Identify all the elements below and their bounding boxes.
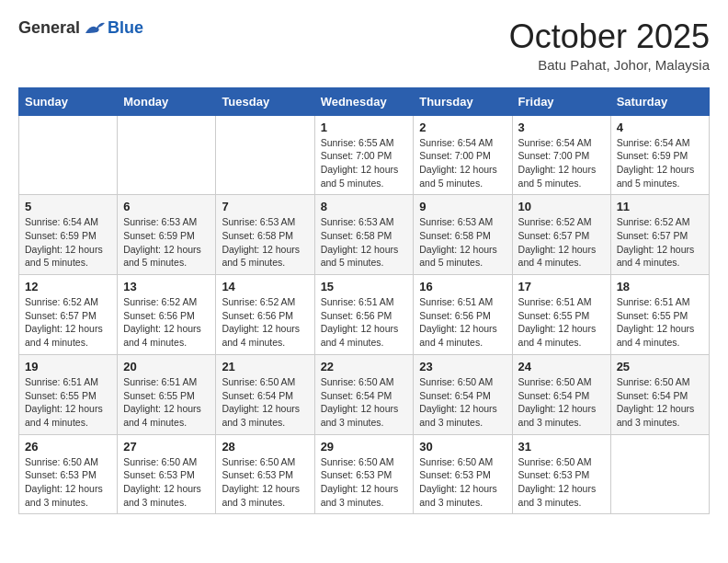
logo-general-text: General — [18, 18, 80, 38]
day-number: 4 — [617, 121, 703, 134]
day-info: Sunrise: 6:51 AM Sunset: 6:55 PM Dayligh… — [25, 375, 111, 430]
calendar-cell: 8Sunrise: 6:53 AM Sunset: 6:58 PM Daylig… — [314, 195, 414, 275]
calendar-cell: 15Sunrise: 6:51 AM Sunset: 6:56 PM Dayli… — [314, 275, 414, 355]
calendar-cell: 3Sunrise: 6:54 AM Sunset: 7:00 PM Daylig… — [512, 115, 610, 195]
calendar-week-row: 26Sunrise: 6:50 AM Sunset: 6:53 PM Dayli… — [19, 434, 710, 514]
weekday-header-wednesday: Wednesday — [314, 87, 414, 115]
weekday-header-tuesday: Tuesday — [216, 87, 314, 115]
day-number: 16 — [419, 280, 506, 293]
day-info: Sunrise: 6:50 AM Sunset: 6:53 PM Dayligh… — [123, 455, 210, 510]
logo-bird-icon — [84, 20, 106, 37]
day-number: 26 — [25, 440, 111, 454]
weekday-header-saturday: Saturday — [610, 87, 709, 115]
location: Batu Pahat, Johor, Malaysia — [509, 57, 710, 73]
day-info: Sunrise: 6:55 AM Sunset: 7:00 PM Dayligh… — [321, 136, 408, 190]
calendar-cell: 4Sunrise: 6:54 AM Sunset: 6:59 PM Daylig… — [610, 115, 709, 195]
day-info: Sunrise: 6:50 AM Sunset: 6:54 PM Dayligh… — [419, 375, 506, 430]
calendar-cell: 18Sunrise: 6:51 AM Sunset: 6:55 PM Dayli… — [610, 275, 709, 355]
weekday-header-thursday: Thursday — [414, 87, 512, 115]
day-info: Sunrise: 6:50 AM Sunset: 6:53 PM Dayligh… — [518, 455, 605, 510]
calendar-cell: 10Sunrise: 6:52 AM Sunset: 6:57 PM Dayli… — [512, 195, 610, 275]
day-number: 23 — [419, 360, 506, 373]
calendar-cell: 29Sunrise: 6:50 AM Sunset: 6:53 PM Dayli… — [314, 434, 414, 514]
day-number: 15 — [321, 280, 408, 293]
calendar-week-row: 19Sunrise: 6:51 AM Sunset: 6:55 PM Dayli… — [19, 354, 710, 434]
day-number: 3 — [518, 121, 605, 134]
day-number: 22 — [321, 360, 408, 373]
day-info: Sunrise: 6:51 AM Sunset: 6:56 PM Dayligh… — [419, 295, 506, 350]
weekday-header-sunday: Sunday — [19, 87, 118, 115]
day-info: Sunrise: 6:51 AM Sunset: 6:55 PM Dayligh… — [617, 295, 703, 350]
calendar-cell: 31Sunrise: 6:50 AM Sunset: 6:53 PM Dayli… — [512, 434, 610, 514]
day-info: Sunrise: 6:54 AM Sunset: 7:00 PM Dayligh… — [419, 136, 506, 190]
calendar-cell: 28Sunrise: 6:50 AM Sunset: 6:53 PM Dayli… — [216, 434, 314, 514]
weekday-header-monday: Monday — [118, 87, 216, 115]
day-number: 24 — [518, 360, 605, 373]
day-number: 20 — [123, 360, 210, 373]
calendar-cell: 21Sunrise: 6:50 AM Sunset: 6:54 PM Dayli… — [216, 354, 314, 434]
calendar-week-row: 5Sunrise: 6:54 AM Sunset: 6:59 PM Daylig… — [19, 195, 710, 275]
day-number: 31 — [518, 440, 605, 454]
calendar-week-row: 1Sunrise: 6:55 AM Sunset: 7:00 PM Daylig… — [19, 115, 710, 195]
day-info: Sunrise: 6:50 AM Sunset: 6:54 PM Dayligh… — [518, 375, 605, 430]
calendar-cell: 17Sunrise: 6:51 AM Sunset: 6:55 PM Dayli… — [512, 275, 610, 355]
month-title: October 2025 — [509, 18, 710, 55]
logo: General Blue — [18, 18, 143, 38]
calendar-cell: 14Sunrise: 6:52 AM Sunset: 6:56 PM Dayli… — [216, 275, 314, 355]
day-number: 7 — [222, 200, 308, 213]
calendar-table: SundayMondayTuesdayWednesdayThursdayFrid… — [18, 87, 710, 515]
day-number: 11 — [617, 200, 703, 213]
calendar-cell: 19Sunrise: 6:51 AM Sunset: 6:55 PM Dayli… — [19, 354, 118, 434]
day-info: Sunrise: 6:50 AM Sunset: 6:53 PM Dayligh… — [321, 455, 408, 510]
calendar-week-row: 12Sunrise: 6:52 AM Sunset: 6:57 PM Dayli… — [19, 275, 710, 355]
day-info: Sunrise: 6:52 AM Sunset: 6:57 PM Dayligh… — [518, 215, 605, 270]
day-info: Sunrise: 6:52 AM Sunset: 6:57 PM Dayligh… — [617, 215, 703, 270]
calendar-cell: 26Sunrise: 6:50 AM Sunset: 6:53 PM Dayli… — [19, 434, 118, 514]
calendar-cell — [610, 434, 709, 514]
calendar-cell: 5Sunrise: 6:54 AM Sunset: 6:59 PM Daylig… — [19, 195, 118, 275]
day-info: Sunrise: 6:54 AM Sunset: 6:59 PM Dayligh… — [617, 136, 703, 190]
day-info: Sunrise: 6:50 AM Sunset: 6:54 PM Dayligh… — [617, 375, 703, 430]
day-number: 8 — [321, 200, 408, 213]
day-number: 5 — [25, 200, 111, 213]
calendar-cell: 9Sunrise: 6:53 AM Sunset: 6:58 PM Daylig… — [414, 195, 512, 275]
page-header: General Blue October 2025 Batu Pahat, Jo… — [18, 18, 710, 73]
calendar-cell: 23Sunrise: 6:50 AM Sunset: 6:54 PM Dayli… — [414, 354, 512, 434]
day-info: Sunrise: 6:53 AM Sunset: 6:58 PM Dayligh… — [222, 215, 308, 270]
calendar-cell: 12Sunrise: 6:52 AM Sunset: 6:57 PM Dayli… — [19, 275, 118, 355]
day-number: 9 — [419, 200, 506, 213]
calendar-cell — [216, 115, 314, 195]
calendar-cell: 24Sunrise: 6:50 AM Sunset: 6:54 PM Dayli… — [512, 354, 610, 434]
calendar-cell: 13Sunrise: 6:52 AM Sunset: 6:56 PM Dayli… — [118, 275, 216, 355]
day-info: Sunrise: 6:50 AM Sunset: 6:53 PM Dayligh… — [419, 455, 506, 510]
day-number: 18 — [617, 280, 703, 293]
calendar-cell: 27Sunrise: 6:50 AM Sunset: 6:53 PM Dayli… — [118, 434, 216, 514]
day-info: Sunrise: 6:52 AM Sunset: 6:56 PM Dayligh… — [222, 295, 308, 350]
calendar-cell: 22Sunrise: 6:50 AM Sunset: 6:54 PM Dayli… — [314, 354, 414, 434]
day-number: 14 — [222, 280, 308, 293]
calendar-cell: 1Sunrise: 6:55 AM Sunset: 7:00 PM Daylig… — [314, 115, 414, 195]
day-info: Sunrise: 6:50 AM Sunset: 6:53 PM Dayligh… — [25, 455, 111, 510]
day-number: 1 — [321, 121, 408, 134]
calendar-cell: 25Sunrise: 6:50 AM Sunset: 6:54 PM Dayli… — [610, 354, 709, 434]
calendar-cell — [118, 115, 216, 195]
calendar-cell: 2Sunrise: 6:54 AM Sunset: 7:00 PM Daylig… — [414, 115, 512, 195]
calendar-cell: 7Sunrise: 6:53 AM Sunset: 6:58 PM Daylig… — [216, 195, 314, 275]
logo-blue-text: Blue — [108, 18, 143, 38]
day-info: Sunrise: 6:52 AM Sunset: 6:57 PM Dayligh… — [25, 295, 111, 350]
day-number: 17 — [518, 280, 605, 293]
day-number: 27 — [123, 440, 210, 454]
weekday-header-friday: Friday — [512, 87, 610, 115]
day-info: Sunrise: 6:50 AM Sunset: 6:53 PM Dayligh… — [222, 455, 308, 510]
day-number: 2 — [419, 121, 506, 134]
day-info: Sunrise: 6:52 AM Sunset: 6:56 PM Dayligh… — [123, 295, 210, 350]
day-info: Sunrise: 6:51 AM Sunset: 6:55 PM Dayligh… — [123, 375, 210, 430]
day-number: 13 — [123, 280, 210, 293]
day-number: 19 — [25, 360, 111, 373]
calendar-cell: 16Sunrise: 6:51 AM Sunset: 6:56 PM Dayli… — [414, 275, 512, 355]
title-section: October 2025 Batu Pahat, Johor, Malaysia — [509, 18, 710, 73]
calendar-cell: 6Sunrise: 6:53 AM Sunset: 6:59 PM Daylig… — [118, 195, 216, 275]
day-info: Sunrise: 6:54 AM Sunset: 7:00 PM Dayligh… — [518, 136, 605, 190]
day-number: 12 — [25, 280, 111, 293]
day-info: Sunrise: 6:51 AM Sunset: 6:55 PM Dayligh… — [518, 295, 605, 350]
